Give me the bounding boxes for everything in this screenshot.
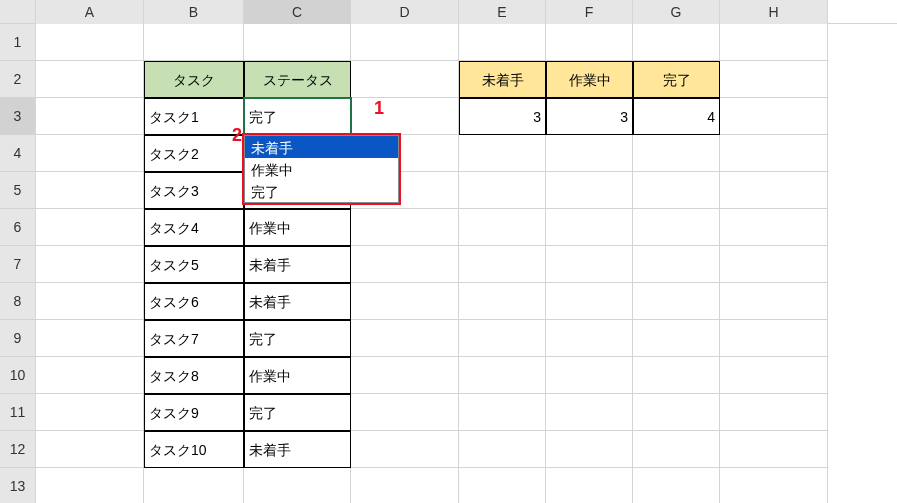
- cell-F2[interactable]: 作業中: [546, 61, 633, 98]
- cell-E1[interactable]: [459, 24, 546, 61]
- cell-B3[interactable]: タスク1: [144, 98, 244, 135]
- row-header-8[interactable]: 8: [0, 283, 36, 320]
- cell-G1[interactable]: [633, 24, 720, 61]
- cell-H10[interactable]: [720, 357, 828, 394]
- row-header-11[interactable]: 11: [0, 394, 36, 431]
- cell-H9[interactable]: [720, 320, 828, 357]
- cell-D7[interactable]: [351, 246, 459, 283]
- cell-C7[interactable]: 未着手: [244, 246, 351, 283]
- cell-A5[interactable]: [36, 172, 144, 209]
- cell-D10[interactable]: [351, 357, 459, 394]
- cell-F11[interactable]: [546, 394, 633, 431]
- cell-B1[interactable]: [144, 24, 244, 61]
- cell-G3[interactable]: 4: [633, 98, 720, 135]
- cell-E5[interactable]: [459, 172, 546, 209]
- cell-D8[interactable]: [351, 283, 459, 320]
- cell-B10[interactable]: タスク8: [144, 357, 244, 394]
- cell-E12[interactable]: [459, 431, 546, 468]
- cell-B9[interactable]: タスク7: [144, 320, 244, 357]
- dropdown-option-2[interactable]: 完了: [245, 180, 398, 202]
- cell-H11[interactable]: [720, 394, 828, 431]
- col-header-H[interactable]: H: [720, 0, 828, 24]
- cell-H1[interactable]: [720, 24, 828, 61]
- col-header-D[interactable]: D: [351, 0, 459, 24]
- col-header-F[interactable]: F: [546, 0, 633, 24]
- cell-F6[interactable]: [546, 209, 633, 246]
- data-validation-dropdown-list[interactable]: 未着手 作業中 完了: [244, 135, 399, 203]
- row-header-6[interactable]: 6: [0, 209, 36, 246]
- row-header-10[interactable]: 10: [0, 357, 36, 394]
- cell-B5[interactable]: タスク3: [144, 172, 244, 209]
- cell-H3[interactable]: [720, 98, 828, 135]
- cell-D3[interactable]: [351, 98, 459, 135]
- cell-G12[interactable]: [633, 431, 720, 468]
- cell-C1[interactable]: [244, 24, 351, 61]
- cell-B2[interactable]: タスク: [144, 61, 244, 98]
- cell-G7[interactable]: [633, 246, 720, 283]
- cell-B13[interactable]: [144, 468, 244, 503]
- cell-E8[interactable]: [459, 283, 546, 320]
- cell-A10[interactable]: [36, 357, 144, 394]
- col-header-C[interactable]: C: [244, 0, 351, 24]
- cell-H8[interactable]: [720, 283, 828, 320]
- row-header-3[interactable]: 3: [0, 98, 36, 135]
- cell-H13[interactable]: [720, 468, 828, 503]
- cell-A3[interactable]: [36, 98, 144, 135]
- cell-F13[interactable]: [546, 468, 633, 503]
- cell-A11[interactable]: [36, 394, 144, 431]
- row-header-2[interactable]: 2: [0, 61, 36, 98]
- row-header-9[interactable]: 9: [0, 320, 36, 357]
- cell-C13[interactable]: [244, 468, 351, 503]
- row-header-12[interactable]: 12: [0, 431, 36, 468]
- cell-F1[interactable]: [546, 24, 633, 61]
- cell-F4[interactable]: [546, 135, 633, 172]
- cell-G9[interactable]: [633, 320, 720, 357]
- cell-F7[interactable]: [546, 246, 633, 283]
- cell-E2[interactable]: 未着手: [459, 61, 546, 98]
- cell-G13[interactable]: [633, 468, 720, 503]
- cell-A12[interactable]: [36, 431, 144, 468]
- cell-F3[interactable]: 3: [546, 98, 633, 135]
- cell-D1[interactable]: [351, 24, 459, 61]
- cell-C9[interactable]: 完了: [244, 320, 351, 357]
- cell-C8[interactable]: 未着手: [244, 283, 351, 320]
- row-header-1[interactable]: 1: [0, 24, 36, 61]
- cell-A7[interactable]: [36, 246, 144, 283]
- cell-D12[interactable]: [351, 431, 459, 468]
- cell-F8[interactable]: [546, 283, 633, 320]
- cell-E9[interactable]: [459, 320, 546, 357]
- cell-E7[interactable]: [459, 246, 546, 283]
- col-header-B[interactable]: B: [144, 0, 244, 24]
- row-header-13[interactable]: 13: [0, 468, 36, 503]
- cell-C12[interactable]: 未着手: [244, 431, 351, 468]
- cell-B11[interactable]: タスク9: [144, 394, 244, 431]
- cell-F10[interactable]: [546, 357, 633, 394]
- cell-C2[interactable]: ステータス: [244, 61, 351, 98]
- cell-H12[interactable]: [720, 431, 828, 468]
- cell-C3[interactable]: 完了: [244, 98, 351, 135]
- cell-G4[interactable]: [633, 135, 720, 172]
- cell-H4[interactable]: [720, 135, 828, 172]
- cell-G2[interactable]: 完了: [633, 61, 720, 98]
- cell-E11[interactable]: [459, 394, 546, 431]
- cell-A1[interactable]: [36, 24, 144, 61]
- cell-F5[interactable]: [546, 172, 633, 209]
- cell-B6[interactable]: タスク4: [144, 209, 244, 246]
- cell-H7[interactable]: [720, 246, 828, 283]
- cell-C11[interactable]: 完了: [244, 394, 351, 431]
- dropdown-option-1[interactable]: 作業中: [245, 158, 398, 180]
- cell-B8[interactable]: タスク6: [144, 283, 244, 320]
- row-header-4[interactable]: 4: [0, 135, 36, 172]
- cell-C6[interactable]: 作業中: [244, 209, 351, 246]
- cell-F9[interactable]: [546, 320, 633, 357]
- cell-G10[interactable]: [633, 357, 720, 394]
- dropdown-option-0[interactable]: 未着手: [245, 136, 398, 158]
- row-header-7[interactable]: 7: [0, 246, 36, 283]
- col-header-E[interactable]: E: [459, 0, 546, 24]
- select-all-corner[interactable]: [0, 0, 36, 24]
- cell-H5[interactable]: [720, 172, 828, 209]
- cell-A6[interactable]: [36, 209, 144, 246]
- cell-B4[interactable]: タスク2: [144, 135, 244, 172]
- cell-A4[interactable]: [36, 135, 144, 172]
- cell-E6[interactable]: [459, 209, 546, 246]
